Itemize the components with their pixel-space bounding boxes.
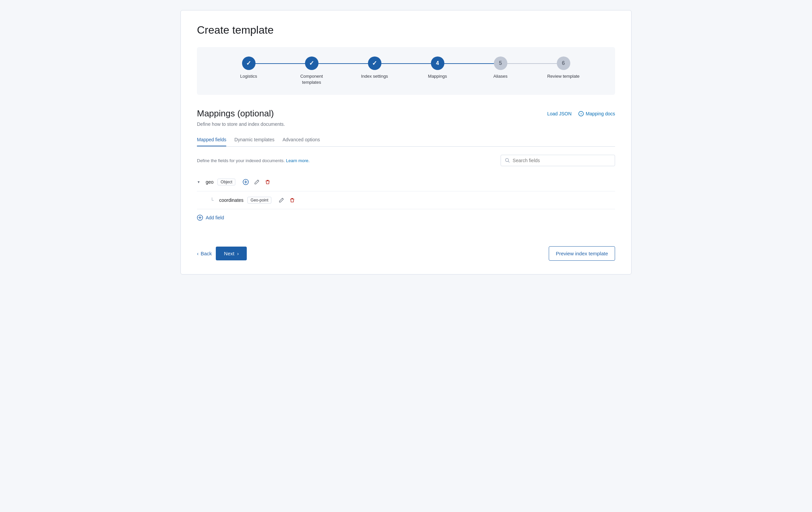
step-circle-logistics: ✓ xyxy=(242,57,256,70)
check-icon-3: ✓ xyxy=(372,60,377,67)
step-index-settings: ✓ Index settings xyxy=(343,57,406,80)
learn-more-link[interactable]: Learn more. xyxy=(286,158,310,163)
back-label: Back xyxy=(201,251,212,256)
step-label-index-settings: Index settings xyxy=(361,73,388,80)
page-title: Create template xyxy=(197,24,615,36)
field-row-coordinates: └ coordinates Geo-point xyxy=(197,191,615,209)
fields-description: Define the fields for your indexed docum… xyxy=(197,158,310,163)
delete-geo-button[interactable] xyxy=(264,179,271,185)
step-label-aliases: Aliases xyxy=(494,73,508,80)
expand-geo-button[interactable]: ▾ xyxy=(197,179,202,185)
field-type-coordinates: Geo-point xyxy=(248,197,271,204)
check-icon: ✓ xyxy=(246,60,251,67)
next-button[interactable]: Next › xyxy=(216,247,247,260)
tab-dynamic-templates[interactable]: Dynamic templates xyxy=(234,133,274,146)
field-actions-geo xyxy=(242,178,271,186)
mapping-docs-label: Mapping docs xyxy=(586,111,615,116)
step-mappings: 4 Mappings xyxy=(406,57,469,80)
page-container: Create template ✓ Logistics ✓ Componentt… xyxy=(180,10,632,274)
load-json-button[interactable]: Load JSON xyxy=(547,111,571,116)
add-circle-icon xyxy=(243,179,249,185)
nest-icon: └ xyxy=(210,198,214,203)
step-number-mappings: 4 xyxy=(436,60,439,66)
search-box xyxy=(501,155,615,166)
svg-rect-10 xyxy=(291,198,293,199)
step-label-logistics: Logistics xyxy=(240,73,257,80)
search-input[interactable] xyxy=(513,158,611,163)
svg-text:?: ? xyxy=(580,112,582,116)
add-field-button[interactable]: Add field xyxy=(197,209,224,226)
step-label-mappings: Mappings xyxy=(428,73,447,80)
mapping-docs-button[interactable]: ? Mapping docs xyxy=(578,111,615,116)
step-circle-review-template: 6 xyxy=(557,57,570,70)
tab-mapped-fields[interactable]: Mapped fields xyxy=(197,133,226,146)
field-actions-coordinates xyxy=(278,197,296,204)
edit-icon xyxy=(254,179,260,185)
check-icon-2: ✓ xyxy=(309,60,314,67)
footer-left: ‹ Back Next › xyxy=(197,247,247,260)
fields-header: Define the fields for your indexed docum… xyxy=(197,155,615,166)
back-button[interactable]: ‹ Back xyxy=(197,251,212,256)
svg-rect-8 xyxy=(267,180,269,181)
add-field-icon xyxy=(197,215,203,221)
edit-coordinates-button[interactable] xyxy=(278,197,285,204)
edit-icon-coordinates xyxy=(279,198,284,203)
preview-index-template-button[interactable]: Preview index template xyxy=(549,246,615,261)
step-circle-mappings: 4 xyxy=(431,57,444,70)
step-aliases: 5 Aliases xyxy=(469,57,532,80)
chevron-down-icon: ▾ xyxy=(198,180,200,184)
svg-line-3 xyxy=(508,161,509,162)
delete-coordinates-button[interactable] xyxy=(289,197,296,204)
delete-icon xyxy=(265,179,270,185)
next-label: Next xyxy=(224,251,234,256)
section-header: Mappings (optional) Load JSON ? Mapping … xyxy=(197,108,615,119)
preview-label: Preview index template xyxy=(556,251,608,256)
footer: ‹ Back Next › Preview index template xyxy=(197,240,615,261)
add-subfield-geo-button[interactable] xyxy=(242,178,250,186)
step-label-review-template: Review template xyxy=(547,73,579,80)
edit-geo-button[interactable] xyxy=(254,179,260,185)
docs-icon: ? xyxy=(578,111,584,116)
mappings-title: Mappings (optional) xyxy=(197,108,274,119)
search-icon xyxy=(505,158,510,163)
step-circle-index-settings: ✓ xyxy=(368,57,381,70)
field-name-geo: geo xyxy=(206,179,213,185)
step-label-component-templates: Componenttemplates xyxy=(300,73,323,85)
delete-icon-coordinates xyxy=(290,198,295,203)
tab-advanced-options[interactable]: Advanced options xyxy=(283,133,320,146)
field-row-geo: ▾ geo Object xyxy=(197,173,615,191)
chevron-right-icon: › xyxy=(237,251,239,256)
field-type-geo: Object xyxy=(218,179,235,185)
stepper: ✓ Logistics ✓ Componenttemplates ✓ Index… xyxy=(197,47,615,95)
field-name-coordinates: coordinates xyxy=(219,198,243,203)
load-json-label: Load JSON xyxy=(547,111,571,116)
step-number-aliases: 5 xyxy=(499,60,502,66)
step-logistics: ✓ Logistics xyxy=(217,57,280,80)
step-component-templates: ✓ Componenttemplates xyxy=(280,57,343,85)
mappings-subtitle: Define how to store and index documents. xyxy=(197,121,615,127)
step-review-template: 6 Review template xyxy=(532,57,595,80)
add-field-label: Add field xyxy=(206,215,224,220)
chevron-left-icon: ‹ xyxy=(197,251,199,256)
section-actions: Load JSON ? Mapping docs xyxy=(547,111,615,116)
step-circle-aliases: 5 xyxy=(494,57,508,70)
step-number-review: 6 xyxy=(562,60,565,66)
tabs-container: Mapped fields Dynamic templates Advanced… xyxy=(197,133,615,147)
step-circle-component-templates: ✓ xyxy=(305,57,318,70)
